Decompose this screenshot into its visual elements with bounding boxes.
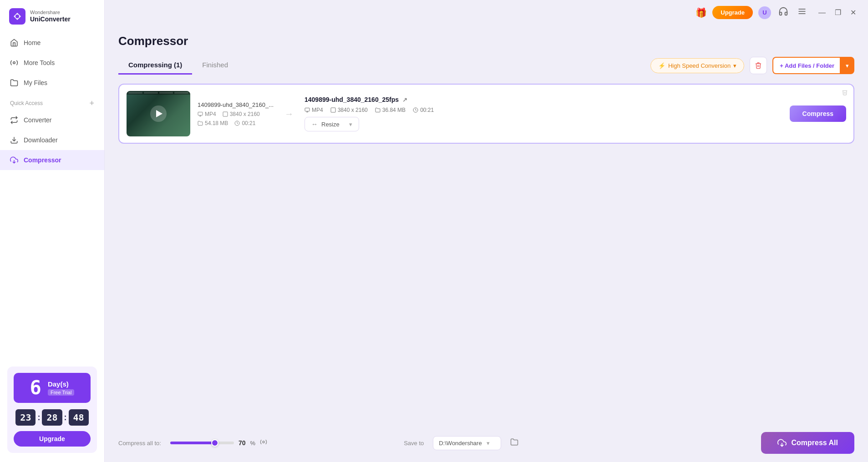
resize-chevron-icon: ▾ xyxy=(349,121,352,128)
thumbnail-strip xyxy=(127,91,190,95)
logo-area: Wondershare UniConverter xyxy=(0,0,104,33)
trash-icon xyxy=(755,62,762,69)
menu-icon xyxy=(797,7,807,16)
sidebar-item-downloader-label: Downloader xyxy=(24,136,58,144)
sidebar-item-more-tools-label: More Tools xyxy=(24,59,55,66)
headset-button[interactable] xyxy=(777,5,790,20)
source-file-name: 1409899-uhd_3840_2160_... xyxy=(198,101,274,108)
output-format: MP4 xyxy=(305,107,323,113)
resize-icon: ↔ xyxy=(311,121,318,128)
brand-bottom: UniConverter xyxy=(30,15,71,23)
video-thumbnail[interactable] xyxy=(127,91,190,136)
app-logo xyxy=(9,8,25,25)
source-resolution: 3840 x 2160 xyxy=(223,111,260,117)
headset-icon xyxy=(778,6,788,16)
timer-seconds: 48 xyxy=(69,409,89,426)
compressor-icon xyxy=(10,156,18,164)
sidebar-item-my-files[interactable]: My Files xyxy=(0,73,104,93)
source-duration: 00:21 xyxy=(234,120,255,126)
source-format-value: MP4 xyxy=(205,111,216,117)
menu-button[interactable] xyxy=(796,5,808,20)
tab-finished-label: Finished xyxy=(202,61,228,69)
sidebar-item-more-tools[interactable]: More Tools xyxy=(0,53,104,73)
high-speed-chevron-icon: ▾ xyxy=(733,62,736,69)
sidebar-item-compressor[interactable]: Compressor xyxy=(0,150,104,170)
minimize-button[interactable]: — xyxy=(816,7,828,18)
gift-icon[interactable]: 🎁 xyxy=(695,7,707,18)
arrow-divider: → xyxy=(281,109,297,119)
topbar: 🎁 Upgrade U — ❐ ✕ xyxy=(105,0,868,25)
timer-minutes: 28 xyxy=(42,409,62,426)
add-files-dropdown-button[interactable]: ▾ xyxy=(840,57,854,74)
play-icon xyxy=(156,110,162,117)
tabs-actions: ⚡ High Speed Conversion ▾ + Add Files / … xyxy=(650,57,854,74)
play-button[interactable] xyxy=(150,105,167,122)
file-info-source: 1409899-uhd_3840_2160_... MP4 3840 x 216… xyxy=(198,101,274,126)
topbar-upgrade-button[interactable]: Upgrade xyxy=(712,6,753,19)
quick-access-add-button[interactable]: + xyxy=(89,99,94,107)
duration-icon-right xyxy=(413,107,418,113)
resolution-icon-left xyxy=(223,111,228,117)
output-format-value: MP4 xyxy=(312,107,323,113)
compression-slider-wrap: 70 % xyxy=(170,438,395,447)
logo-text: Wondershare UniConverter xyxy=(30,10,71,23)
resize-label: Resize xyxy=(321,121,340,128)
compress-all-label: Compress All xyxy=(791,439,838,447)
compress-all-button[interactable]: Compress All xyxy=(761,432,854,454)
add-files-button[interactable]: + Add Files / Folder xyxy=(772,57,841,74)
bottom-bar: Compress all to: 70 % Save to D:\Wonders… xyxy=(105,424,868,462)
compression-settings-button[interactable] xyxy=(260,438,267,447)
main-area: 🎁 Upgrade U — ❐ ✕ Compressor Compressing… xyxy=(105,0,868,462)
percent-symbol: % xyxy=(250,440,256,447)
percent-value: 70 xyxy=(239,439,246,447)
duration-icon-left xyxy=(234,121,240,126)
slider-fill xyxy=(170,442,215,444)
delete-file-button[interactable] xyxy=(842,89,848,97)
svg-rect-16 xyxy=(331,108,335,112)
source-size: 54.18 MB xyxy=(198,120,228,126)
home-icon xyxy=(10,39,18,47)
tab-compressing[interactable]: Compressing (1) xyxy=(118,56,192,75)
page-content: Compressor Compressing (1) Finished ⚡ Hi… xyxy=(105,25,868,424)
brand-top: Wondershare xyxy=(30,10,71,15)
save-to-path[interactable]: D:\Wondershare ▾ xyxy=(433,436,501,450)
sidebar-upgrade-button[interactable]: Upgrade xyxy=(14,431,91,447)
format-icon-right xyxy=(305,107,310,113)
trial-box: 6 Day(s) Free Trial 23 : 28 : 48 Upgrade xyxy=(7,367,97,453)
user-avatar[interactable]: U xyxy=(758,6,771,19)
source-file-meta-2: 54.18 MB 00:21 xyxy=(198,120,274,126)
add-files-wrap: + Add Files / Folder ▾ xyxy=(772,57,854,74)
output-size: 36.84 MB xyxy=(375,107,406,113)
open-folder-button[interactable] xyxy=(510,438,518,448)
sidebar-item-downloader[interactable]: Downloader xyxy=(0,130,104,150)
tab-finished[interactable]: Finished xyxy=(192,56,238,75)
close-button[interactable]: ✕ xyxy=(848,7,859,18)
svg-rect-8 xyxy=(198,112,203,115)
svg-rect-13 xyxy=(305,108,310,111)
svg-point-18 xyxy=(263,441,264,443)
open-file-icon[interactable]: ↗ xyxy=(402,96,407,103)
source-format: MP4 xyxy=(198,111,216,117)
maximize-button[interactable]: ❐ xyxy=(832,7,844,18)
quick-access-header: Quick Access + xyxy=(0,93,104,110)
downloader-icon xyxy=(10,136,18,144)
resize-row: ↔ Resize ▾ xyxy=(305,117,782,131)
delete-all-button[interactable] xyxy=(750,57,767,74)
resize-dropdown[interactable]: ↔ Resize ▾ xyxy=(305,117,359,131)
timer-colon-2: : xyxy=(64,413,67,422)
tabs-row: Compressing (1) Finished ⚡ High Speed Co… xyxy=(118,56,854,75)
add-files-chevron-icon: ▾ xyxy=(846,62,849,69)
sidebar-item-home[interactable]: Home xyxy=(0,33,104,53)
compress-button[interactable]: Compress xyxy=(790,105,846,122)
size-icon-right xyxy=(375,107,381,113)
lightning-icon: ⚡ xyxy=(658,62,665,69)
high-speed-conversion-button[interactable]: ⚡ High Speed Conversion ▾ xyxy=(650,58,744,73)
source-resolution-value: 3840 x 2160 xyxy=(230,111,260,117)
more-tools-icon xyxy=(10,59,18,67)
compression-slider[interactable] xyxy=(170,442,234,444)
save-to-label: Save to xyxy=(404,440,424,447)
output-file-name-row: 1409899-uhd_3840_2160_25fps ↗ xyxy=(305,96,782,103)
svg-rect-11 xyxy=(223,112,228,116)
svg-point-1 xyxy=(15,15,19,18)
sidebar-item-converter[interactable]: Converter xyxy=(0,110,104,130)
